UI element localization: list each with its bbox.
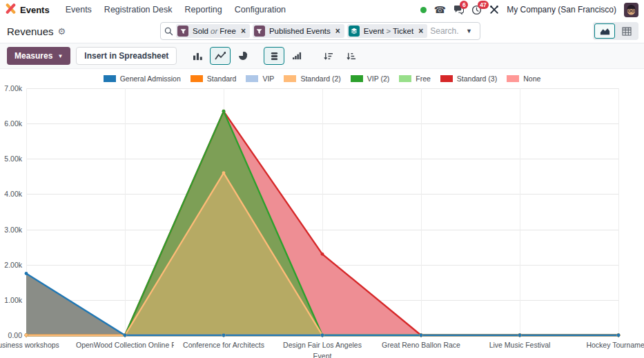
- legend-label: Standard (2): [300, 74, 340, 83]
- y-tick-label: 0.00: [0, 331, 22, 339]
- legend-swatch: [507, 75, 519, 82]
- legend-label: Free: [416, 74, 431, 83]
- legend-label: VIP (2): [367, 74, 389, 83]
- stacked-toggle-button[interactable]: [264, 47, 284, 65]
- legend-swatch: [440, 75, 453, 82]
- series-area: [26, 111, 618, 335]
- data-point[interactable]: [222, 110, 226, 113]
- menu-registration-desk[interactable]: Registration Desk: [98, 1, 179, 18]
- facet-remove-icon[interactable]: ×: [239, 26, 250, 36]
- legend-label: Standard: [207, 74, 237, 83]
- x-tick-label: Great Reno Ballon Race: [372, 341, 470, 349]
- menu-reporting[interactable]: Reporting: [179, 1, 228, 18]
- data-point[interactable]: [222, 334, 226, 337]
- legend-item[interactable]: VIP (2): [351, 74, 389, 83]
- sort-ascending-button[interactable]: [340, 47, 361, 65]
- insert-in-spreadsheet-button[interactable]: Insert in Spreadsheet: [76, 47, 177, 65]
- data-point[interactable]: [518, 334, 522, 337]
- graph-toolbar: Measures▼ Insert in Spreadsheet: [0, 43, 644, 69]
- y-tick-label: 2.00k: [0, 261, 22, 269]
- y-tick-label: 7.00k: [0, 84, 22, 92]
- legend-item[interactable]: General Admission: [104, 74, 181, 83]
- cog-menu-icon[interactable]: ⚙: [58, 26, 66, 37]
- systray: ☎ 6 47 My Company (San Francisco): [420, 3, 638, 17]
- user-avatar[interactable]: [624, 3, 638, 17]
- legend-swatch: [284, 75, 296, 82]
- pivot-view-button[interactable]: [616, 23, 637, 39]
- legend-swatch: [191, 75, 203, 82]
- search-icon: [164, 27, 173, 36]
- data-point[interactable]: [222, 171, 226, 175]
- voip-phone-icon[interactable]: ☎: [434, 5, 446, 14]
- data-point[interactable]: [25, 334, 28, 337]
- app-switcher[interactable]: Events: [6, 3, 50, 16]
- graph-area: General AdmissionStandardVIPStandard (2)…: [0, 69, 644, 358]
- search-input[interactable]: [430, 26, 459, 36]
- bar-chart-button[interactable]: [187, 47, 208, 65]
- search-facet[interactable]: Published Events×: [253, 24, 344, 38]
- v-gridline: [618, 88, 619, 338]
- cumulative-toggle-button[interactable]: [286, 47, 307, 65]
- search-facet[interactable]: SoldorFree×: [176, 24, 250, 38]
- company-name[interactable]: My Company (San Francisco): [507, 5, 616, 14]
- data-point[interactable]: [617, 334, 621, 337]
- sort-descending-button[interactable]: [318, 47, 338, 65]
- pie-chart-button[interactable]: [233, 47, 253, 65]
- legend-label: Standard (3): [457, 74, 497, 83]
- legend-item[interactable]: Standard: [191, 74, 237, 83]
- debug-tools-icon[interactable]: [489, 5, 499, 14]
- legend-item[interactable]: VIP: [246, 74, 274, 83]
- data-point[interactable]: [420, 334, 423, 337]
- legend-swatch: [246, 75, 258, 82]
- view-switcher: [593, 22, 638, 40]
- legend-item[interactable]: Free: [399, 74, 431, 83]
- facet-label: SoldorFree: [188, 27, 239, 35]
- search-facet[interactable]: Event>Ticket×: [347, 24, 427, 38]
- navbar-menus: EventsRegistration DeskReportingConfigur…: [59, 1, 292, 18]
- control-panel: Revenues ⚙ SoldorFree×Published Events×E…: [0, 19, 644, 43]
- menu-events[interactable]: Events: [59, 1, 98, 18]
- y-tick-label: 3.00k: [0, 226, 22, 234]
- activities-clock-icon[interactable]: 47: [471, 5, 482, 15]
- presence-status-icon: [420, 7, 427, 13]
- activities-badge: 47: [478, 1, 488, 9]
- y-tick-label: 4.00k: [0, 190, 22, 198]
- y-tick-label: 5.00k: [0, 155, 22, 163]
- facet-remove-icon[interactable]: ×: [333, 26, 344, 36]
- line-chart-button[interactable]: [210, 47, 231, 65]
- legend-swatch: [104, 75, 116, 82]
- caret-down-icon: ▼: [57, 53, 63, 59]
- page-title: Revenues: [7, 26, 54, 37]
- top-navbar: Events EventsRegistration DeskReportingC…: [0, 0, 644, 19]
- x-tick-label: OpenWood Collection Online Rev...: [76, 341, 174, 349]
- x-tick-label: Hockey Tournament: [569, 341, 644, 349]
- odoo-events-logo-icon: [6, 3, 16, 16]
- x-tick-label: Conference for Architects: [175, 341, 273, 349]
- legend-label: General Admission: [120, 74, 181, 83]
- legend-item[interactable]: Standard (3): [440, 74, 497, 83]
- search-dropdown-toggle-icon[interactable]: ▼: [462, 28, 476, 34]
- legend-item[interactable]: None: [507, 74, 540, 83]
- legend-item[interactable]: Standard (2): [284, 74, 340, 83]
- graph-view-button[interactable]: [594, 23, 615, 39]
- data-point[interactable]: [124, 334, 127, 337]
- messages-icon[interactable]: 6: [453, 5, 464, 14]
- x-tick-label: Business workshops: [0, 341, 75, 349]
- y-tick-label: 6.00k: [0, 119, 22, 128]
- x-tick-label: Design Fair Los Angeles: [273, 341, 371, 349]
- data-point[interactable]: [321, 252, 324, 256]
- facet-label: Published Events: [265, 27, 333, 35]
- menu-configuration[interactable]: Configuration: [228, 1, 292, 18]
- search-bar[interactable]: SoldorFree×Published Events×Event>Ticket…: [160, 22, 480, 40]
- measures-button[interactable]: Measures▼: [7, 47, 70, 65]
- data-point[interactable]: [321, 334, 324, 337]
- search-facets: SoldorFree×Published Events×Event>Ticket…: [176, 24, 427, 38]
- chart-canvas[interactable]: [26, 88, 618, 335]
- facet-remove-icon[interactable]: ×: [416, 26, 427, 36]
- legend-label: VIP: [262, 74, 274, 83]
- legend-swatch: [351, 75, 363, 82]
- data-point[interactable]: [25, 272, 28, 275]
- app-name: Events: [20, 5, 50, 15]
- y-tick-label: 1.00k: [0, 296, 22, 304]
- messages-badge: 6: [460, 1, 468, 9]
